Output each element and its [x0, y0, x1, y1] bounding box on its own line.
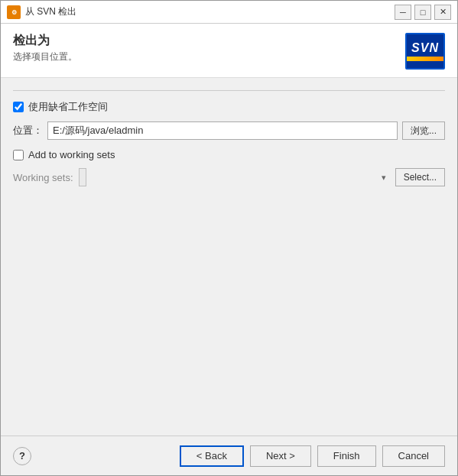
- page-title: 检出为: [13, 33, 77, 49]
- svn-logo-text: SVN: [411, 41, 439, 55]
- back-button[interactable]: < Back: [180, 445, 244, 467]
- footer-left: ?: [13, 447, 31, 465]
- help-button[interactable]: ?: [13, 447, 31, 465]
- main-window: ⚙ 从 SVN 检出 ─ □ ✕ 检出为 选择项目位置。 SVN: [0, 0, 458, 476]
- select-working-sets-button[interactable]: Select...: [395, 168, 445, 186]
- svg-text:⚙: ⚙: [11, 9, 17, 16]
- maximize-button[interactable]: □: [414, 5, 431, 20]
- location-input[interactable]: [47, 121, 398, 140]
- footer-buttons: < Back Next > Finish Cancel: [180, 445, 445, 467]
- use-default-workspace-row: 使用缺省工作空间: [13, 100, 445, 114]
- window-controls: ─ □ ✕: [395, 5, 451, 20]
- main-section: 使用缺省工作空间 位置： 浏览... Add to working sets W…: [1, 78, 457, 436]
- location-row: 位置： 浏览...: [13, 121, 445, 140]
- page-subtitle: 选择项目位置。: [13, 50, 77, 63]
- use-default-workspace-checkbox[interactable]: [13, 102, 24, 112]
- working-sets-dropdown-wrapper: [79, 168, 391, 186]
- add-to-working-sets-label[interactable]: Add to working sets: [28, 149, 115, 160]
- separator: [13, 90, 445, 91]
- window-title: 从 SVN 检出: [25, 5, 395, 18]
- minimize-button[interactable]: ─: [395, 5, 411, 20]
- content-area: 检出为 选择项目位置。 SVN 使用缺省工作空间 位置： 浏览...: [1, 24, 457, 436]
- title-bar: ⚙ 从 SVN 检出 ─ □ ✕: [1, 1, 457, 24]
- next-button[interactable]: Next >: [250, 445, 311, 467]
- use-default-workspace-label[interactable]: 使用缺省工作空间: [28, 100, 108, 114]
- footer-section: ? < Back Next > Finish Cancel: [1, 436, 457, 475]
- browse-button[interactable]: 浏览...: [402, 121, 445, 140]
- finish-button[interactable]: Finish: [317, 445, 376, 467]
- add-to-working-sets-checkbox[interactable]: [13, 150, 24, 160]
- cancel-button[interactable]: Cancel: [382, 445, 445, 467]
- location-label: 位置：: [13, 124, 43, 138]
- add-to-working-sets-row: Add to working sets: [13, 149, 445, 160]
- window-icon: ⚙: [7, 5, 21, 19]
- close-button[interactable]: ✕: [434, 5, 451, 20]
- svn-logo: SVN: [405, 33, 445, 70]
- working-sets-row: Working sets: Cancel Select...: [13, 168, 445, 186]
- working-sets-dropdown[interactable]: [79, 168, 86, 186]
- working-sets-label: Working sets:: [13, 172, 74, 183]
- svn-logo-bar: [407, 57, 443, 61]
- header-section: 检出为 选择项目位置。 SVN: [1, 24, 457, 78]
- header-text: 检出为 选择项目位置。: [13, 33, 77, 63]
